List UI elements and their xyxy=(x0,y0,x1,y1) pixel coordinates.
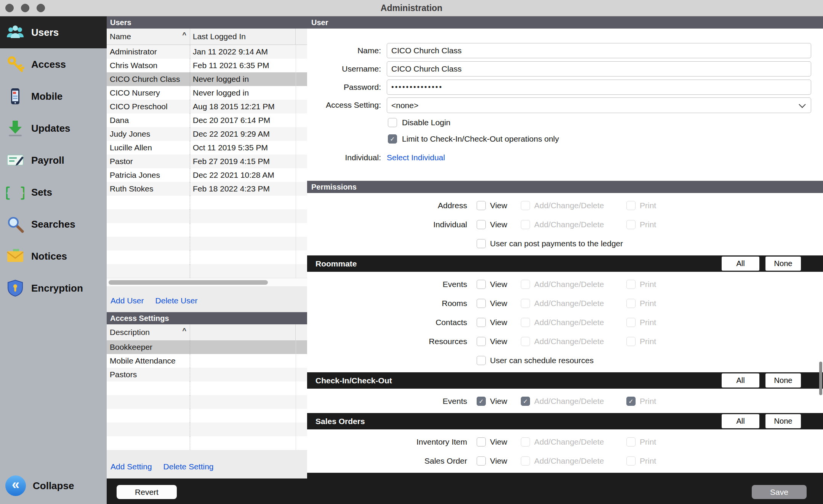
view-checkbox[interactable] xyxy=(477,299,486,308)
add-change-delete-checkbox[interactable]: ✓ xyxy=(521,397,530,406)
sidebar-item-payroll[interactable]: Payroll xyxy=(0,144,107,176)
select-individual-link[interactable]: Select Individual xyxy=(387,151,445,164)
view-checkbox[interactable]: ✓ xyxy=(477,397,486,406)
zoom-button[interactable] xyxy=(37,4,45,12)
disable-login-checkbox[interactable] xyxy=(388,118,397,127)
add-change-delete-checkbox[interactable] xyxy=(521,220,530,229)
none-button[interactable]: None xyxy=(765,257,801,271)
username-field[interactable] xyxy=(387,61,811,77)
permission-label: Rooms xyxy=(307,294,467,313)
column-header-name[interactable]: Name ^ xyxy=(107,29,190,45)
table-row[interactable]: Lucille AllenOct 11 2019 5:35 PM xyxy=(107,141,307,155)
add-change-delete-checkbox[interactable] xyxy=(521,337,530,346)
vertical-scrollbar-thumb[interactable] xyxy=(819,362,822,395)
add-setting-button[interactable]: Add Setting xyxy=(110,462,152,471)
table-row[interactable]: Ruth StokesFeb 18 2022 4:23 PM xyxy=(107,182,307,196)
close-button[interactable] xyxy=(5,4,14,12)
name-field[interactable] xyxy=(387,43,811,58)
horizontal-scrollbar[interactable] xyxy=(107,278,307,286)
table-row[interactable]: CICO Church ClassNever logged in xyxy=(107,72,307,86)
cell-last-logged-in: Feb 27 2019 4:15 PM xyxy=(190,155,296,168)
print-label: Print xyxy=(640,220,656,229)
cell-last-logged-in: Feb 11 2021 6:35 PM xyxy=(190,59,296,72)
add-change-delete-checkbox[interactable] xyxy=(521,280,530,289)
none-button[interactable]: None xyxy=(765,373,801,388)
none-button[interactable]: None xyxy=(765,414,801,428)
view-label: View xyxy=(490,397,507,406)
table-row[interactable]: Judy JonesDec 22 2021 9:29 AM xyxy=(107,127,307,141)
table-row[interactable]: Bookkeeper xyxy=(107,340,307,354)
collapse-label: Collapse xyxy=(33,480,74,492)
column-header-description[interactable]: Description ^ xyxy=(107,324,190,340)
view-checkbox[interactable] xyxy=(477,456,486,466)
print-checkbox[interactable] xyxy=(626,201,636,210)
option-checkbox[interactable] xyxy=(477,239,486,248)
add-change-delete-checkbox[interactable] xyxy=(521,437,530,447)
view-checkbox[interactable] xyxy=(477,280,486,289)
table-row[interactable]: PastorFeb 27 2019 4:15 PM xyxy=(107,155,307,168)
table-row[interactable]: Mobile Attendance xyxy=(107,354,307,368)
revert-button[interactable]: Revert xyxy=(117,485,177,499)
add-change-delete-checkbox[interactable] xyxy=(521,456,530,466)
sidebar-item-mobile[interactable]: Mobile xyxy=(0,80,107,112)
cell-last-logged-in xyxy=(190,354,296,368)
print-checkbox[interactable] xyxy=(626,456,636,466)
table-row[interactable]: CICO PreschoolAug 18 2015 12:21 PM xyxy=(107,100,307,113)
sidebar-item-access[interactable]: Access xyxy=(0,48,107,80)
print-checkbox[interactable] xyxy=(626,299,636,308)
cell-last-logged-in xyxy=(190,395,296,409)
sidebar-collapse-button[interactable]: « Collapse xyxy=(0,467,107,504)
table-row[interactable]: DanaDec 20 2017 6:14 PM xyxy=(107,113,307,127)
sidebar-item-sets[interactable]: { }Sets xyxy=(0,176,107,208)
delete-user-button[interactable]: Delete User xyxy=(155,296,198,305)
username-label: Username: xyxy=(307,61,381,77)
print-checkbox[interactable] xyxy=(626,337,636,346)
titlebar: Administration xyxy=(0,0,823,16)
add-change-delete-checkbox[interactable] xyxy=(521,299,530,308)
password-field[interactable] xyxy=(387,80,811,95)
table-row[interactable]: AdministratorJan 11 2022 9:14 AM xyxy=(107,45,307,59)
all-button[interactable]: All xyxy=(722,373,759,388)
limit-cico-checkbox[interactable]: ✓ xyxy=(388,134,397,144)
permission-rows: AddressViewAdd/Change/DeletePrintIndivid… xyxy=(307,193,823,253)
horizontal-scrollbar-thumb[interactable] xyxy=(109,280,268,285)
print-checkbox[interactable] xyxy=(626,280,636,289)
access-setting-dropdown[interactable]: <none> xyxy=(387,97,811,113)
add-change-delete-checkbox[interactable] xyxy=(521,318,530,327)
add-user-button[interactable]: Add User xyxy=(110,296,144,305)
save-button[interactable]: Save xyxy=(752,485,807,499)
view-checkbox[interactable] xyxy=(477,201,486,210)
view-checkbox[interactable] xyxy=(477,437,486,447)
minimize-button[interactable] xyxy=(21,4,29,12)
column-header-last-logged-in[interactable]: Last Logged In xyxy=(190,29,296,45)
table-row[interactable]: CICO NurseryNever logged in xyxy=(107,86,307,100)
sidebar-item-encryption[interactable]: Encryption xyxy=(0,272,107,304)
delete-setting-button[interactable]: Delete Setting xyxy=(163,462,214,471)
view-checkbox[interactable] xyxy=(477,220,486,229)
permission-row: IndividualViewAdd/Change/DeletePrint xyxy=(307,215,823,234)
print-checkbox[interactable]: ✓ xyxy=(626,397,636,406)
sidebar-item-label: Mobile xyxy=(31,91,62,102)
print-checkbox[interactable] xyxy=(626,437,636,447)
all-button[interactable]: All xyxy=(722,414,759,428)
print-checkbox[interactable] xyxy=(626,220,636,229)
sidebar-item-notices[interactable]: Notices xyxy=(0,240,107,272)
traffic-lights xyxy=(5,4,45,12)
print-checkbox[interactable] xyxy=(626,318,636,327)
view-checkbox[interactable] xyxy=(477,337,486,346)
cell-name: Administrator xyxy=(107,45,190,59)
all-button[interactable]: All xyxy=(722,257,759,271)
option-checkbox[interactable] xyxy=(477,356,486,365)
table-row[interactable]: Pastors xyxy=(107,368,307,381)
scrollbar-track-strip xyxy=(296,182,307,196)
add-change-delete-checkbox[interactable] xyxy=(521,201,530,210)
sidebar-item-updates[interactable]: Updates xyxy=(0,112,107,144)
section-bar: Sales OrdersAllNone xyxy=(307,413,823,429)
access-settings-header-spacer xyxy=(190,324,296,340)
view-checkbox[interactable] xyxy=(477,318,486,327)
table-row[interactable]: Chris WatsonFeb 11 2021 6:35 PM xyxy=(107,59,307,72)
sidebar-item-users[interactable]: Users xyxy=(0,16,107,48)
table-row[interactable]: Patricia JonesDec 22 2021 10:28 AM xyxy=(107,168,307,182)
cell-name xyxy=(107,237,190,250)
sidebar-item-searches[interactable]: Searches xyxy=(0,208,107,240)
